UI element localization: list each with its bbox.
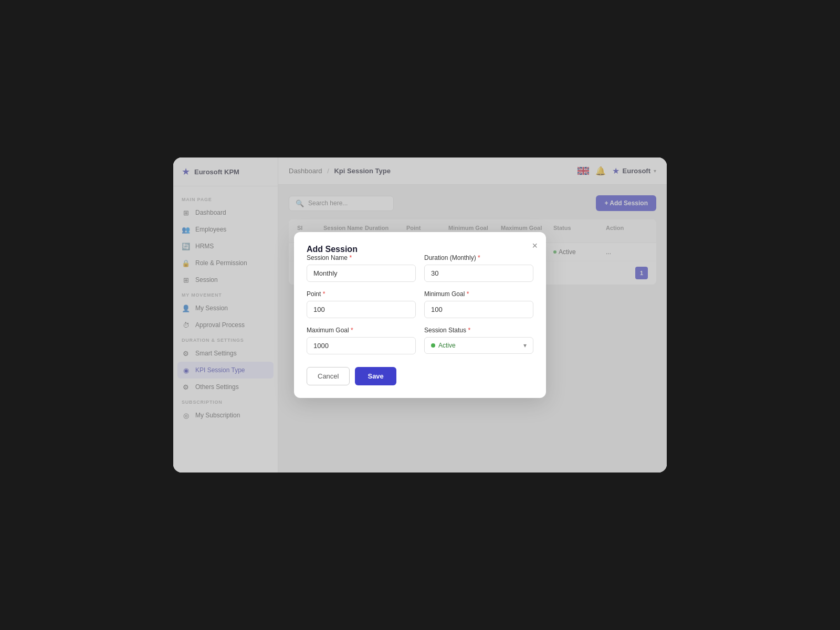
form-group-session-name: Session Name * xyxy=(307,254,416,282)
max-goal-input[interactable] xyxy=(307,337,416,354)
modal-close-button[interactable]: × xyxy=(532,240,538,251)
form-row-1: Session Name * Duration (Monthly) * xyxy=(307,254,533,282)
required-star: * xyxy=(468,327,470,334)
session-status-label: Session Status * xyxy=(424,327,533,334)
required-star: * xyxy=(467,290,469,298)
modal-overlay: Add Session × Session Name * Duration (M… xyxy=(173,158,667,472)
required-star: * xyxy=(478,254,480,261)
form-group-max-goal: Maximum Goal * xyxy=(307,327,416,354)
modal-title: Add Session xyxy=(307,245,358,254)
session-name-input[interactable] xyxy=(307,265,416,282)
modal-actions: Cancel Save xyxy=(307,367,533,385)
point-label: Point * xyxy=(307,290,416,298)
app-container: ★ Eurosoft KPM Main Page ⊞ Dashboard 👥 E… xyxy=(173,158,667,472)
select-chevron-icon: ▾ xyxy=(523,342,527,349)
required-star: * xyxy=(351,327,353,334)
status-active-text: Active xyxy=(438,342,456,349)
max-goal-label: Maximum Goal * xyxy=(307,327,416,334)
duration-input[interactable] xyxy=(424,265,533,282)
form-group-duration: Duration (Monthly) * xyxy=(424,254,533,282)
form-group-status: Session Status * Active ▾ xyxy=(424,327,533,354)
form-group-point: Point * xyxy=(307,290,416,318)
duration-label: Duration (Monthly) * xyxy=(424,254,533,261)
point-input[interactable] xyxy=(307,301,416,318)
cancel-button[interactable]: Cancel xyxy=(307,367,350,385)
session-status-select[interactable]: Active ▾ xyxy=(424,337,533,354)
save-button[interactable]: Save xyxy=(355,367,396,385)
form-row-3: Maximum Goal * Session Status * Active ▾ xyxy=(307,327,533,354)
required-star: * xyxy=(323,290,326,298)
status-active-dot-icon xyxy=(431,343,435,348)
status-select-inner: Active xyxy=(431,342,456,349)
min-goal-input[interactable] xyxy=(424,301,533,318)
add-session-modal: Add Session × Session Name * Duration (M… xyxy=(294,232,546,398)
min-goal-label: Minimum Goal * xyxy=(424,290,533,298)
required-star: * xyxy=(349,254,352,261)
form-group-min-goal: Minimum Goal * xyxy=(424,290,533,318)
session-name-label: Session Name * xyxy=(307,254,416,261)
form-row-2: Point * Minimum Goal * xyxy=(307,290,533,318)
